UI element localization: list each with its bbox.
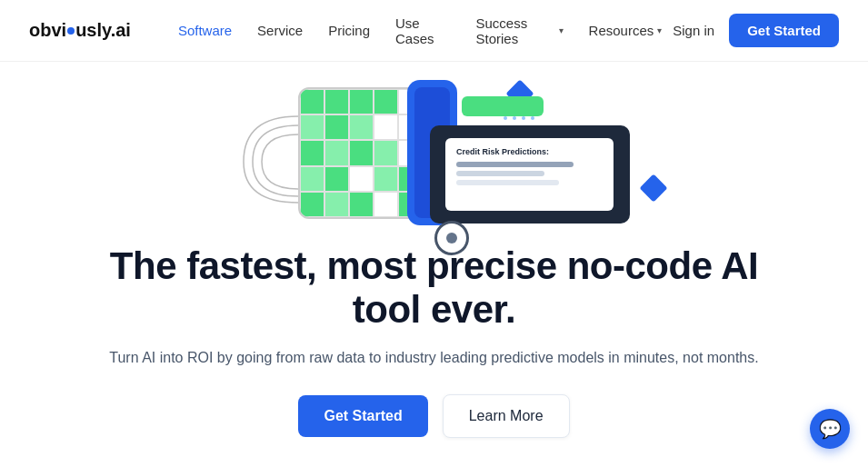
device-screen-bars bbox=[456, 162, 603, 185]
hero-text-area: The fastest, most precise no-code AI too… bbox=[0, 244, 868, 438]
chat-bubble-button[interactable]: 💬 bbox=[810, 409, 850, 449]
nav-service[interactable]: Service bbox=[246, 15, 314, 45]
green-bar-decoration bbox=[462, 96, 544, 116]
nav-actions: Sign in Get Started bbox=[673, 14, 839, 47]
sign-in-link[interactable]: Sign in bbox=[673, 23, 714, 38]
nav-pricing[interactable]: Pricing bbox=[317, 15, 381, 45]
logo[interactable]: obviusly.ai bbox=[29, 20, 131, 41]
diamond-decoration-2 bbox=[639, 174, 667, 202]
nav-success-stories[interactable]: Success Stories ▾ bbox=[464, 8, 574, 54]
hero-buttons: Get Started Learn More bbox=[109, 394, 759, 438]
hero-get-started-button[interactable]: Get Started bbox=[298, 395, 427, 437]
nav-resources[interactable]: Resources ▾ bbox=[578, 15, 673, 45]
data-bar-3 bbox=[456, 180, 559, 185]
logo-text2: usly.ai bbox=[75, 20, 131, 41]
hero-headline: The fastest, most precise no-code AI too… bbox=[109, 244, 759, 333]
chevron-down-icon: ▾ bbox=[657, 25, 662, 35]
navbar: obviusly.ai Software Service Pricing Use… bbox=[0, 0, 868, 62]
hero-learn-more-button[interactable]: Learn More bbox=[443, 394, 570, 438]
dial-decoration bbox=[434, 221, 469, 255]
curved-lines-decoration bbox=[225, 107, 307, 207]
chat-icon: 💬 bbox=[819, 418, 842, 440]
nav-use-cases[interactable]: Use Cases bbox=[384, 8, 461, 54]
logo-dot bbox=[67, 27, 75, 35]
chevron-down-icon: ▾ bbox=[559, 25, 564, 35]
hero-subtext: Turn AI into ROI by going from raw data … bbox=[109, 347, 759, 370]
nav-software[interactable]: Software bbox=[167, 15, 243, 45]
nav-get-started-button[interactable]: Get Started bbox=[729, 14, 839, 47]
device-screen: Credit Risk Predictions: bbox=[445, 138, 614, 211]
hero-section: Credit Risk Predictions: The fastest, mo… bbox=[0, 62, 868, 438]
device-screen-title: Credit Risk Predictions: bbox=[456, 147, 603, 156]
main-device-panel: Credit Risk Predictions: bbox=[430, 125, 630, 224]
dial-center bbox=[446, 233, 457, 243]
grid-card bbox=[298, 87, 425, 219]
logo-text: obvi bbox=[29, 20, 66, 41]
data-bar-2 bbox=[456, 171, 544, 176]
hero-illustration: Credit Risk Predictions: bbox=[198, 71, 671, 230]
nav-links: Software Service Pricing Use Cases Succe… bbox=[167, 8, 673, 54]
data-bar-1 bbox=[456, 162, 574, 167]
